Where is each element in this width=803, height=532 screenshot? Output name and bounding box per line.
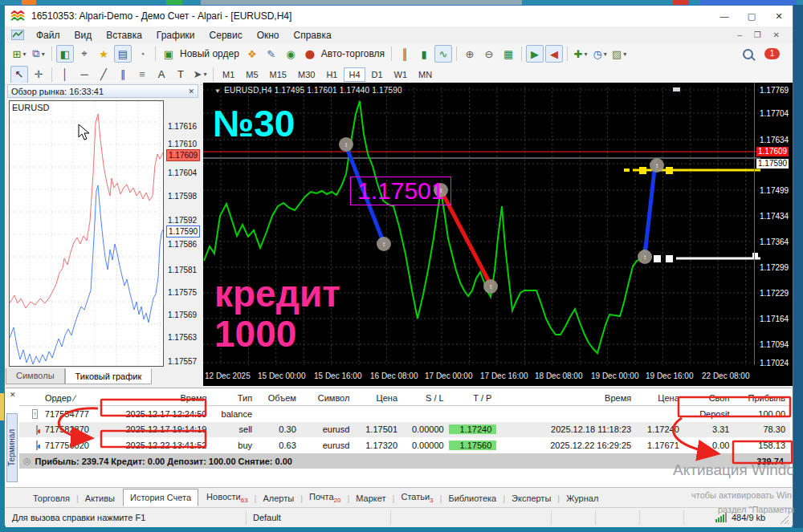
- vertical-line-tool-icon[interactable]: │: [56, 66, 74, 83]
- tab-count-badge: 20: [334, 497, 341, 504]
- terminal-tab-4[interactable]: Новости63: [200, 489, 255, 507]
- autotrading-label[interactable]: Авто-торговля: [321, 48, 385, 59]
- close-button[interactable]: ✕: [765, 6, 793, 26]
- fibonacci-tool-icon[interactable]: ≡: [133, 66, 151, 83]
- terminal-tab-1[interactable]: Торговля: [26, 490, 76, 506]
- terminal-toggle-icon[interactable]: ▤: [114, 45, 132, 63]
- periods-icon[interactable]: ◷▾: [591, 45, 609, 63]
- zoom-out-icon[interactable]: ⊖: [480, 45, 498, 63]
- templates-icon[interactable]: ▨▾: [610, 45, 628, 63]
- market-watch-tab-active[interactable]: Тиковый график: [65, 368, 153, 384]
- timeframe-H1[interactable]: H1: [321, 67, 342, 82]
- market-watch-header[interactable]: Обзор рынка: 16:33:41 ✕: [7, 84, 198, 98]
- text-label-tool-icon[interactable]: T: [172, 66, 190, 83]
- time-axis-label: 15 Dec 00:00: [258, 372, 306, 380]
- menu-Сервис[interactable]: Сервис: [202, 28, 250, 43]
- timeframe-M1[interactable]: M1: [218, 67, 239, 82]
- terminal-tab-2[interactable]: Активы: [79, 490, 121, 506]
- column-header[interactable]: T / P: [449, 393, 497, 403]
- maximize-button[interactable]: ▢: [738, 6, 765, 26]
- tile-windows-icon[interactable]: ▦: [499, 45, 517, 63]
- line-chart-mode-icon[interactable]: ∿: [434, 45, 452, 63]
- column-header[interactable]: Время: [110, 393, 211, 403]
- title-bar[interactable]: 16510353: Alpari-Demo - Демо Счет - Alpa…: [5, 6, 793, 26]
- terminal-tab-10[interactable]: Эксперты: [505, 490, 557, 506]
- column-header[interactable]: Время: [496, 393, 636, 403]
- chart-collapse-icon[interactable]: ▼: [214, 87, 221, 95]
- menu-Файл[interactable]: Файл: [29, 28, 67, 43]
- history-row[interactable]: 7177560202025.12.22 13:41:52buy0.63eurus…: [19, 437, 790, 453]
- strategy-tester-icon[interactable]: ◔: [133, 45, 151, 63]
- terminal-tab-11[interactable]: Журнал: [560, 490, 605, 506]
- column-header[interactable]: Цена: [354, 393, 402, 403]
- status-profile[interactable]: Default: [247, 510, 391, 525]
- horizontal-line-tool-icon[interactable]: ─: [75, 66, 93, 83]
- main-chart[interactable]: ↕↕↕↕↕↕ ▼EURUSD,H4 1.17495 1.17601 1.1744…: [203, 83, 793, 386]
- new-chart-icon[interactable]: ⊞▾: [10, 45, 28, 63]
- new-order-icon[interactable]: ▣: [160, 45, 177, 63]
- market-watch-toggle-icon[interactable]: ◧: [56, 45, 74, 63]
- resize-grip[interactable]: [779, 514, 790, 526]
- crosshair-tool-icon[interactable]: ✛: [30, 66, 47, 83]
- history-row[interactable]: ↑7175547772025.12.17 12:24:50balanceDepo…: [19, 406, 790, 421]
- timeframe-M5[interactable]: M5: [241, 67, 263, 82]
- column-header[interactable]: Тип: [211, 393, 257, 403]
- chart-shift-icon[interactable]: ◀: [545, 45, 563, 63]
- terminal-tab-3[interactable]: История Счета: [123, 489, 198, 506]
- price-scale-label: 1.17704: [760, 109, 789, 118]
- column-header[interactable]: S / L: [402, 393, 449, 403]
- column-header[interactable]: Ордер ∕: [40, 393, 110, 403]
- column-header[interactable]: Прибыль: [734, 393, 790, 403]
- market-watch-close-icon[interactable]: ✕: [188, 87, 194, 95]
- timeframe-MN[interactable]: MN: [414, 67, 437, 82]
- timeframe-D1[interactable]: D1: [367, 67, 388, 82]
- menu-Справка[interactable]: Справка: [287, 28, 339, 43]
- terminal-tab-6[interactable]: Почта20: [303, 489, 347, 507]
- trendline-tool-icon[interactable]: ╱: [95, 66, 112, 83]
- style-gallery-icon[interactable]: ❖: [243, 45, 261, 63]
- terminal-side-tab[interactable]: Терминал: [6, 413, 18, 482]
- menu-Вставка[interactable]: Вставка: [99, 28, 149, 43]
- timeframe-M15[interactable]: M15: [265, 67, 291, 82]
- autotrading-icon[interactable]: ⬤: [301, 45, 319, 63]
- column-header[interactable]: Объем: [257, 393, 301, 403]
- market-watch-tab-inactive[interactable]: Символы: [6, 368, 65, 384]
- column-header[interactable]: Цена: [636, 393, 684, 403]
- search-icon[interactable]: [743, 49, 753, 59]
- timeframe-H4[interactable]: H4: [344, 67, 365, 82]
- text-tool-icon[interactable]: A: [153, 66, 170, 83]
- cursor-tool-icon[interactable]: ↖: [10, 66, 28, 83]
- timeframe-M30[interactable]: M30: [293, 67, 320, 82]
- notification-badge[interactable]: 1: [764, 48, 780, 59]
- column-header[interactable]: Символ: [301, 393, 355, 403]
- tick-chart[interactable]: EURUSD: [9, 100, 164, 367]
- terminal-tab-9[interactable]: Библиотека: [442, 490, 503, 506]
- metaeditor-icon[interactable]: ✎: [263, 45, 280, 63]
- terminal-tab-8[interactable]: Статьи3: [394, 489, 439, 507]
- candle-mode-icon[interactable]: ▮: [415, 45, 433, 63]
- terminal-tab-5[interactable]: Алерты: [256, 490, 300, 506]
- history-row[interactable]: 7175828702025.12.17 19:14:19sell0.30euru…: [19, 422, 790, 437]
- arrows-tool-icon[interactable]: ➤▾: [191, 66, 209, 83]
- terminal-tab-7[interactable]: Маркет: [349, 490, 392, 506]
- menu-Окно[interactable]: Окно: [250, 28, 287, 43]
- auto-scroll-icon[interactable]: ▶: [526, 45, 544, 63]
- data-window-icon[interactable]: ⌖: [75, 45, 93, 63]
- bar-chart-mode-icon[interactable]: ║: [396, 45, 414, 63]
- menu-Графики[interactable]: Графики: [149, 28, 202, 43]
- profiles-icon[interactable]: ⧉▾: [30, 45, 47, 63]
- minimize-button[interactable]: —: [711, 6, 738, 26]
- terminal-close-icon[interactable]: ✕: [10, 391, 16, 399]
- community-icon[interactable]: ◉: [282, 45, 300, 63]
- timeframe-W1[interactable]: W1: [389, 67, 413, 82]
- indicators-icon[interactable]: ✚▾: [572, 45, 589, 63]
- window-title: 16510353: Alpari-Demo - Демо Счет - Alpa…: [31, 10, 291, 22]
- market-watch-panel: Обзор рынка: 16:33:41 ✕ EURUSD 1.176161.…: [6, 83, 200, 386]
- navigator-icon[interactable]: ★: [95, 45, 112, 63]
- new-order-label[interactable]: Новый ордер: [180, 48, 239, 59]
- column-header[interactable]: Своп: [684, 393, 735, 403]
- toolbar-separator: [155, 47, 156, 61]
- menu-Вид[interactable]: Вид: [67, 28, 100, 43]
- zoom-in-icon[interactable]: ⊕: [461, 45, 479, 63]
- channel-tool-icon[interactable]: ∥: [114, 66, 132, 83]
